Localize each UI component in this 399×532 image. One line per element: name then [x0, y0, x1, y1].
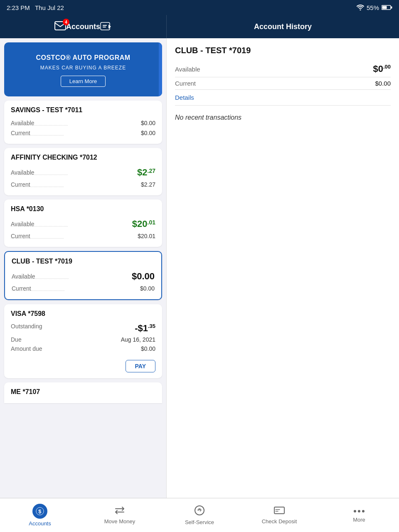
history-account-name: CLUB - TEST *7019 — [175, 46, 391, 55]
current-label: Current — [11, 130, 30, 136]
app-header: 4 Accounts Account History — [0, 15, 399, 38]
nav-label-more: More — [353, 517, 365, 523]
account-name-savings: SAVINGS - TEST *7011 — [11, 106, 155, 114]
nav-label-accounts: Accounts — [29, 520, 51, 527]
status-day: Thu Jul 22 — [35, 4, 64, 11]
learn-more-button[interactable]: Learn More — [61, 76, 106, 87]
amount-due-value: $0.00 — [141, 345, 155, 352]
current-label-club: Current — [12, 285, 31, 292]
wifi-icon — [357, 5, 364, 10]
account-name-hsa: HSA *0130 — [11, 205, 155, 213]
available-label-hsa: Available — [11, 221, 34, 227]
dots-icon — [353, 509, 365, 513]
history-available-label: Available — [175, 66, 200, 73]
arrows-icon — [114, 506, 126, 515]
current-value-savings: $0.00 — [141, 130, 155, 136]
nav-label-self-service: Self-Service — [185, 519, 214, 525]
due-label: Due — [11, 336, 22, 343]
available-value-affinity: $2.27 — [137, 167, 155, 178]
available-dollars-club: $0.00 — [132, 271, 155, 281]
account-name-affinity: AFFINITY CHECKING *7012 — [11, 154, 155, 161]
battery-percent: 55% — [367, 4, 379, 11]
history-panel: CLUB - TEST *7019 Available $0.00 Curren… — [166, 38, 399, 498]
current-label-hsa: Current — [11, 233, 30, 239]
account-name-club: CLUB - TEST *7019 — [12, 258, 155, 265]
mail-badge: 4 — [63, 19, 69, 25]
pay-button[interactable]: PAY — [126, 360, 155, 372]
outstanding-cents: .35 — [148, 323, 155, 329]
history-header-section: CLUB - TEST *7019 Available $0.00 Curren… — [167, 38, 399, 106]
due-value: Aug 16, 2021 — [121, 336, 155, 343]
account-card-visa[interactable]: VISA *7598 Outstanding -$1.35 Due Aug 16… — [4, 304, 162, 378]
transfer-icon[interactable] — [100, 22, 112, 31]
no-transactions-message: No recent transactions — [167, 106, 399, 130]
history-header: Account History — [166, 15, 399, 38]
svg-point-13 — [358, 510, 360, 512]
status-bar: 2:23 PM Thu Jul 22 55% — [0, 0, 399, 15]
available-dollars-hsa: $20 — [132, 219, 148, 229]
accounts-header: 4 Accounts — [0, 15, 166, 38]
banner-subtitle: MAKES CAR BUYING A BREEZE — [40, 65, 126, 71]
account-card-club[interactable]: CLUB - TEST *7019 Available $0.00 Curren… — [4, 251, 162, 300]
svg-point-14 — [362, 510, 365, 512]
account-name-visa: VISA *7598 — [11, 310, 155, 318]
amount-due-label: Amount due — [11, 345, 42, 352]
details-link[interactable]: Details — [175, 90, 391, 105]
available-label-club: Available — [12, 273, 35, 280]
history-current-label: Current — [175, 80, 196, 87]
account-card-hsa[interactable]: HSA *0130 Available $20.01 Current $20.0… — [4, 200, 162, 247]
self-service-icon — [194, 505, 205, 517]
available-dollars-affinity: $2 — [137, 167, 147, 177]
nav-item-accounts[interactable]: $ Accounts — [0, 498, 80, 532]
history-title: Account History — [254, 22, 312, 31]
available-value-savings: $0.00 — [141, 120, 155, 126]
available-cents-affinity: .27 — [148, 167, 155, 174]
more-icon — [353, 507, 365, 515]
status-time: 2:23 PM — [7, 4, 30, 11]
svg-point-7 — [195, 506, 204, 515]
svg-text:$: $ — [38, 508, 41, 515]
available-cents-hsa: .01 — [148, 219, 155, 226]
svg-point-12 — [354, 510, 356, 512]
mail-icon[interactable]: 4 — [54, 21, 66, 32]
check-deposit-icon — [273, 506, 285, 517]
svg-rect-9 — [274, 507, 284, 514]
nav-item-check-deposit[interactable]: Check Deposit — [239, 498, 319, 532]
promo-banner: COSTCO® AUTO PROGRAM MAKES CAR BUYING A … — [4, 42, 162, 96]
history-available-row: Available $0.00 — [175, 61, 391, 77]
svg-rect-2 — [391, 7, 392, 9]
history-available-cents: .00 — [383, 64, 391, 70]
banner-title: COSTCO® AUTO PROGRAM — [36, 54, 130, 62]
account-name-me: ME *7107 — [11, 388, 155, 396]
svg-rect-1 — [382, 6, 387, 9]
outstanding-dollars: -$1 — [135, 323, 148, 333]
svg-rect-4 — [101, 22, 110, 30]
svg-point-8 — [199, 509, 200, 510]
available-label: Available — [11, 120, 34, 126]
nav-item-more[interactable]: More — [319, 498, 399, 532]
account-card-me[interactable]: ME *7107 — [4, 382, 162, 403]
fingerprint-icon — [194, 505, 205, 516]
current-value-hsa: $20.01 — [138, 233, 155, 239]
nav-label-check-deposit: Check Deposit — [262, 518, 297, 525]
main-content: COSTCO® AUTO PROGRAM MAKES CAR BUYING A … — [0, 38, 399, 498]
available-value-club: $0.00 — [132, 271, 155, 282]
account-card-affinity[interactable]: AFFINITY CHECKING *7012 Available $2.27 … — [4, 148, 162, 195]
available-value-hsa: $20.01 — [132, 219, 155, 229]
nav-label-move-money: Move Money — [104, 518, 135, 525]
check-icon — [273, 506, 285, 515]
bottom-nav: $ Accounts Move Money Self-Service — [0, 498, 399, 532]
outstanding-value: -$1.35 — [135, 323, 155, 334]
history-available-value: $0.00 — [373, 64, 391, 74]
history-current-row: Current $0.00 — [175, 77, 391, 90]
move-money-icon — [114, 506, 126, 517]
current-label-affinity: Current — [11, 181, 30, 188]
account-card-savings[interactable]: SAVINGS - TEST *7011 Available $0.00 Cur… — [4, 101, 162, 144]
available-label-affinity: Available — [11, 169, 34, 176]
nav-item-self-service[interactable]: Self-Service — [160, 498, 239, 532]
battery-icon — [382, 5, 392, 10]
nav-item-move-money[interactable]: Move Money — [80, 498, 160, 532]
current-value-club: $0.00 — [140, 285, 155, 292]
accounts-title: Accounts — [66, 22, 100, 31]
history-current-value: $0.00 — [375, 80, 391, 87]
